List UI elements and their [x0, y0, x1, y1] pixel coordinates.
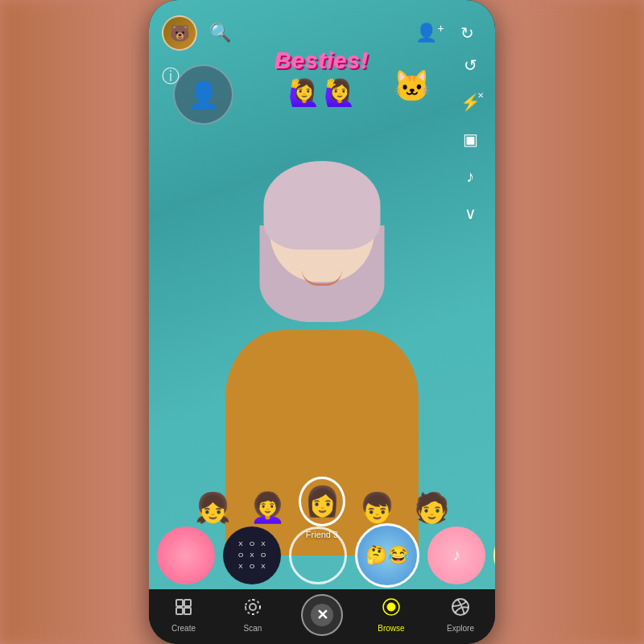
top-bar: 🐻 🔍 👤+ ↻	[149, 0, 495, 56]
create-label: Create	[171, 624, 196, 633]
explore-icon	[451, 597, 470, 621]
explore-label: Explore	[447, 624, 474, 633]
circle-avatar-overlay: 👤	[173, 64, 233, 125]
shutter-button[interactable]: ✕	[301, 594, 343, 636]
create-icon	[174, 597, 193, 621]
hair	[264, 161, 381, 250]
search-button[interactable]: 🔍	[205, 19, 234, 47]
video-filter-icon[interactable]: ▣	[455, 124, 485, 155]
music-icon[interactable]: ♪	[455, 161, 485, 192]
friend-3-avatar[interactable]: 👩	[299, 477, 345, 526]
filter-carousel: X O X O X O X O X 🤔😂 ♪	[149, 521, 495, 589]
flash-icon[interactable]: ⚡✕	[455, 87, 485, 118]
bitmoji1: 🙋‍♀️	[288, 77, 320, 108]
svg-point-5	[246, 600, 260, 614]
filter-pink[interactable]	[157, 526, 215, 584]
svg-point-6	[387, 603, 395, 611]
flip-camera-icon[interactable]: ↺	[455, 50, 485, 80]
filter-music[interactable]: ♪	[427, 526, 485, 584]
svg-point-4	[250, 604, 256, 610]
svg-rect-0	[176, 600, 183, 606]
smile	[302, 270, 342, 286]
svg-rect-3	[184, 608, 191, 614]
scan-label: Scan	[244, 624, 262, 633]
bitmoji-pair: 🙋‍♀️ 🙋‍♀️	[275, 77, 369, 108]
cat-bitmoji: 🐱	[393, 68, 431, 104]
besties-sticker: Besties! 🙋‍♀️ 🙋‍♀️	[275, 48, 369, 108]
svg-rect-2	[176, 608, 183, 614]
nav-create[interactable]: Create	[159, 597, 208, 633]
svg-rect-1	[184, 600, 191, 606]
filter-empty[interactable]	[289, 526, 347, 584]
scan-icon	[243, 597, 262, 621]
bottom-nav: Create Scan ✕	[149, 589, 495, 644]
nav-shutter[interactable]: ✕	[298, 594, 346, 636]
browse-icon	[382, 597, 401, 621]
right-toolbar: ↺ ⚡✕ ▣ ♪ ∨	[455, 10, 485, 229]
nav-scan[interactable]: Scan	[229, 597, 277, 633]
filter-rainbow[interactable]	[493, 526, 495, 584]
add-friend-button[interactable]: 👤+	[415, 18, 445, 48]
bitmoji2: 🙋‍♀️	[324, 77, 356, 108]
info-button[interactable]: ⓘ	[162, 64, 180, 89]
user-avatar[interactable]: 🐻	[162, 15, 197, 51]
filter-besties-active[interactable]: 🤔😂	[355, 523, 419, 588]
xo-grid: X O X O X O X O X	[236, 539, 268, 572]
phone-frame: 👤 🐱 Besties! 🙋‍♀️ 🙋‍♀️ 🐻 🔍 👤+ ↻ ⓘ ↺ ⚡✕	[149, 0, 495, 644]
nav-explore[interactable]: Explore	[436, 597, 485, 633]
browse-label: Browse	[378, 624, 404, 633]
bg-right	[511, 0, 644, 644]
bg-left	[0, 0, 133, 644]
shutter-x-icon[interactable]: ✕	[311, 604, 333, 626]
more-icon[interactable]: ∨	[455, 198, 485, 229]
filter-game[interactable]: X O X O X O X O X	[223, 526, 281, 584]
nav-browse[interactable]: Browse	[367, 597, 415, 633]
